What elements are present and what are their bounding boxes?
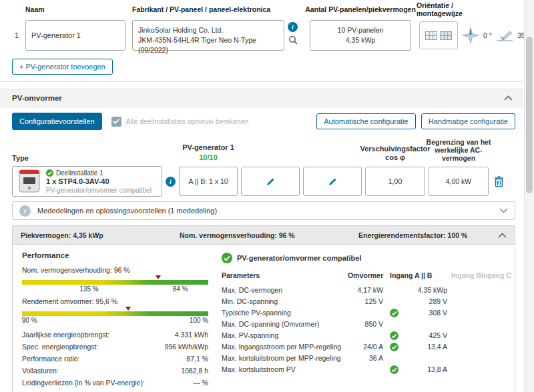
panel-manufacturer: JinkoSolar Holding Co. Ltd. bbox=[138, 25, 278, 35]
ok-check-icon bbox=[390, 343, 398, 351]
pv-module-icon bbox=[425, 31, 437, 40]
messages-chevron-down-icon[interactable] bbox=[499, 208, 508, 213]
edit-config-box-2[interactable] bbox=[303, 167, 362, 196]
col-header-naam: Naam bbox=[25, 5, 132, 13]
subinstall-label: Deelinstallatie 1 bbox=[56, 169, 103, 177]
inverter-model: 1 x STP4.0-3AV-40 bbox=[46, 177, 152, 186]
inverter-image bbox=[17, 169, 41, 194]
inverter-panel-header[interactable]: PV-omvormer bbox=[0, 89, 523, 107]
efficiency-bar-label: Rendement omvormer: 95,6 % bbox=[22, 297, 208, 305]
summary-energy-factor: Energierendementsfactor: 100 % bbox=[358, 231, 498, 239]
col-header-aantal: Aantal PV-panelen/piekvermogen bbox=[304, 5, 417, 13]
generator-name-input[interactable] bbox=[25, 20, 125, 51]
col-header-type: Type bbox=[12, 154, 176, 162]
panel-search-icon[interactable] bbox=[288, 35, 298, 45]
stat-performance-ratio: Performance ratio:87,1 % bbox=[22, 353, 208, 365]
stat-annual-yield: Jaarlijkse energieopbrengst:4.331 kWh bbox=[22, 329, 208, 341]
inverter-info-icon[interactable]: i bbox=[166, 177, 176, 187]
pv-module-icon bbox=[440, 31, 452, 40]
param-row-max-dc-voltage: Max. DC-spanning (Omvormer) 850 V bbox=[222, 319, 505, 330]
panel-info-icon[interactable]: i bbox=[288, 22, 298, 32]
efficiency-tick-left: 90 % bbox=[22, 317, 37, 324]
ok-check-icon bbox=[390, 365, 398, 374]
tilt-angle-icon[interactable] bbox=[496, 29, 513, 42]
vertical-scrollbar[interactable] bbox=[524, 0, 534, 392]
col-header-cosphi: Verschuivingsfactor bbox=[360, 145, 430, 153]
cosphi-value-box[interactable]: 1,00 bbox=[365, 167, 425, 196]
ac-limit-value-box[interactable]: 4,00 kW bbox=[429, 167, 489, 196]
stat-line-losses: Leidingverliezen (in % van PV-energie):-… bbox=[22, 377, 208, 389]
ratio-tick-right: 84 % bbox=[173, 285, 188, 293]
panel-select-box[interactable]: JinkoSolar Holding Co. Ltd. JKM-435N-54H… bbox=[132, 20, 284, 51]
results-summary-bar[interactable]: Piekvermogen: 4,35 kWp Nom. vermogensver… bbox=[13, 226, 515, 245]
section-divider bbox=[0, 81, 523, 82]
generator-assignment-count: 10/10 bbox=[199, 153, 218, 162]
parameters-panel: PV-generator/omvormer compatibel Paramet… bbox=[222, 251, 505, 389]
param-row-max-dc-power: Max. DC-vermogen 4,17 kW 4,35 kWp bbox=[222, 285, 505, 296]
messages-label: Mededelingen en oplossingsvoorstellen (1… bbox=[37, 207, 217, 215]
generator-row: 1 JinkoSolar Holding Co. Ltd. JKM-435N-5… bbox=[12, 20, 515, 51]
manual-config-button[interactable]: Handmatige configuratie bbox=[421, 113, 515, 129]
recalc-checkbox[interactable] bbox=[111, 117, 121, 127]
pv-planning-page: Naam Fabrikant / PV-paneel / paneel-elek… bbox=[0, 0, 523, 392]
param-row-max-short-circuit-mpp: Max. kortsluitstroom per MPP-regeling 36… bbox=[222, 353, 505, 364]
summary-power-ratio: Nom. vermogensverhouding: 96 % bbox=[180, 231, 358, 239]
messages-row[interactable]: i Mededelingen en oplossingsvoorstellen … bbox=[12, 201, 515, 220]
col-header-ac-limit: Begrenzing van het werkelijke AC-vermoge… bbox=[424, 138, 493, 162]
generator-table-header: Naam Fabrikant / PV-paneel / paneel-elek… bbox=[12, 1, 515, 17]
scrollbar-thumb[interactable] bbox=[526, 37, 533, 193]
stat-full-load-hours: Vollasturen:1082,8 h bbox=[22, 365, 208, 377]
inverter-type-box[interactable]: Deelinstallatie 1 1 x STP4.0-3AV-40 PV-g… bbox=[12, 166, 162, 197]
config-proposals-button[interactable]: Configuratievoorstellen bbox=[12, 113, 102, 130]
messages-info-icon: i bbox=[19, 205, 31, 217]
ratio-gradient-bar bbox=[22, 275, 208, 285]
azimuth-compass-icon[interactable] bbox=[462, 27, 479, 44]
col-header-orientatie: Oriëntatie / montagewijze bbox=[417, 1, 497, 17]
edit-config-box-1[interactable] bbox=[241, 167, 300, 196]
peak-power: 4,35 kWp bbox=[346, 35, 375, 45]
ok-check-icon bbox=[390, 309, 398, 317]
panel-count-box[interactable]: 10 PV-panelen 4,35 kWp bbox=[310, 20, 411, 51]
compat-title: PV-generator/omvormer compatibel bbox=[237, 254, 361, 262]
panel-count: 10 PV-panelen bbox=[338, 25, 384, 35]
param-row-max-short-circuit-pv: Max. kortsluitstroom PV 13,8 A bbox=[222, 364, 505, 375]
ok-check-icon bbox=[46, 169, 53, 177]
mounting-type-box[interactable] bbox=[419, 21, 458, 49]
inverter-toolbar: Configuratievoorstellen Alle deelinstall… bbox=[12, 113, 515, 130]
generator-row-index: 1 bbox=[12, 31, 25, 39]
inverter-compat-note: PV-generator/omvormer compatibel bbox=[46, 186, 152, 195]
panel-model: JKM-435N-54HL4R Tiger Neo N-Type (09/202… bbox=[138, 35, 278, 55]
collapse-panel-chevron-up-icon[interactable] bbox=[504, 95, 513, 101]
config-column-headers: Type PV-generator 1 10/10 Verschuivingsf… bbox=[12, 137, 515, 162]
efficiency-marker bbox=[125, 307, 131, 311]
delete-inverter-icon[interactable] bbox=[494, 176, 504, 187]
summary-peak-power: Piekvermogen: 4,35 kWp bbox=[21, 231, 180, 239]
ratio-tick-left: 135 % bbox=[79, 285, 98, 293]
param-row-max-input-current: Max. ingangsstroom per MPP-regeling 24/0… bbox=[222, 341, 505, 353]
results-box: Piekvermogen: 4,35 kWp Nom. vermogensver… bbox=[12, 225, 515, 392]
compat-check-icon bbox=[222, 253, 232, 263]
checkmark-icon bbox=[113, 119, 119, 124]
pencil-icon bbox=[266, 177, 275, 186]
results-details: Performance Nom. vermogensverhouding: 96… bbox=[13, 245, 515, 392]
ratio-bar-label: Nom. vermogensverhouding: 96 % bbox=[22, 266, 208, 274]
col-header-generator: PV-generator 1 bbox=[182, 143, 234, 152]
summary-chevron-up-icon[interactable] bbox=[498, 233, 507, 238]
param-row-min-dc-voltage: Min. DC-spanning 125 V 289 V bbox=[222, 296, 505, 307]
ok-check-icon bbox=[390, 331, 398, 340]
efficiency-tick-right: 100 % bbox=[190, 317, 208, 324]
param-row-typical-pv-voltage: Typische PV-spanning 308 V bbox=[222, 307, 505, 319]
param-row-max-pv-voltage: Max. PV-spanning 425 V bbox=[222, 330, 505, 341]
recalc-checkbox-label: Alle deelinstallaties opnieuw berekenen bbox=[126, 117, 249, 125]
add-generator-button[interactable]: + PV-generator toevoegen bbox=[12, 59, 113, 75]
parameters-header-row: Parameters Omvormer Ingang A || B Ingang… bbox=[222, 270, 505, 281]
performance-panel: Performance Nom. vermogensverhouding: 96… bbox=[22, 251, 208, 389]
stat-specific-yield: Spec. energieopbrengst:996 kWh/kWp bbox=[22, 341, 208, 353]
inverter-unit-row: Deelinstallatie 1 1 x STP4.0-3AV-40 PV-g… bbox=[12, 166, 515, 197]
input-config-box[interactable]: A || B: 1 x 10 bbox=[179, 167, 238, 196]
performance-title: Performance bbox=[22, 251, 208, 259]
auto-config-button[interactable]: Automatische configuratie bbox=[316, 113, 416, 129]
pencil-icon bbox=[328, 177, 337, 186]
col-header-fabrikant: Fabrikant / PV-paneel / paneel-elektroni… bbox=[132, 5, 304, 13]
inverter-panel-title: PV-omvormer bbox=[12, 94, 62, 102]
